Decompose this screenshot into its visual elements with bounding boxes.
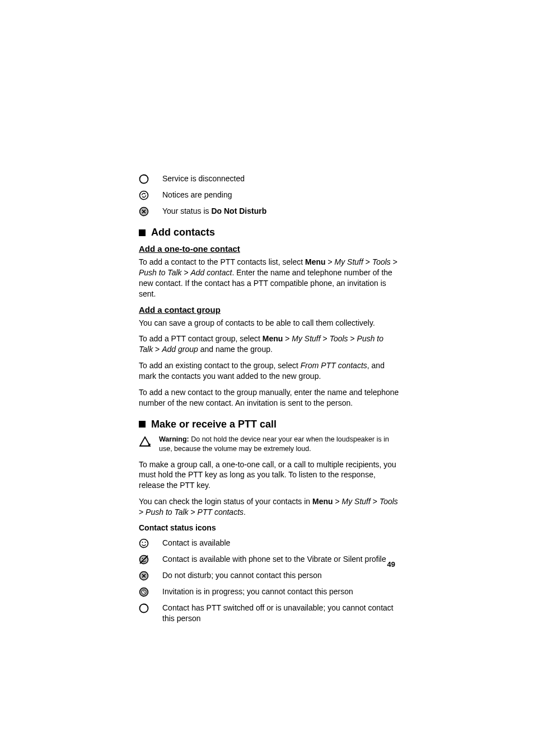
- paragraph: To make a group call, a one-to-one call,…: [139, 459, 400, 491]
- warning-text: Warning: Do not hold the device near you…: [159, 435, 400, 454]
- circle-clock-icon: [139, 587, 149, 597]
- svg-point-3: [140, 539, 148, 548]
- paragraph: To add a PTT contact group, select Menu …: [139, 334, 400, 355]
- status-row-disconnected: Service is disconnected: [139, 173, 400, 184]
- circle-refresh-icon: [139, 190, 149, 200]
- status-row-dnd: Your status is Do Not Disturb: [139, 206, 400, 217]
- square-bullet-icon: [139, 421, 146, 428]
- status-label: Your status is Do Not Disturb: [162, 206, 400, 217]
- circle-empty-icon: [139, 174, 149, 184]
- svg-point-12: [140, 604, 148, 613]
- contact-status-row: Contact has PTT switched off or is unava…: [139, 603, 400, 624]
- paragraph: To add a new contact to the group manual…: [139, 387, 400, 408]
- status-label: Contact is available: [162, 538, 400, 548]
- smile-slash-icon: [139, 555, 149, 565]
- contact-status-row: Contact is available with phone set to t…: [139, 554, 400, 565]
- status-label: Notices are pending: [162, 190, 400, 200]
- paragraph: You can save a group of contacts to be a…: [139, 318, 400, 328]
- document-page: Service is disconnected Notices are pend…: [0, 0, 534, 756]
- section-heading-add-contacts: Add contacts: [139, 227, 400, 238]
- subheading-contact-group: Add a contact group: [139, 305, 400, 314]
- square-bullet-icon: [139, 229, 146, 236]
- status-label: Do not disturb; you cannot contact this …: [162, 570, 400, 581]
- svg-point-5: [145, 542, 146, 543]
- contact-status-row: Do not disturb; you cannot contact this …: [139, 570, 400, 581]
- contact-status-row: Contact is available: [139, 538, 400, 548]
- warning-triangle-icon: [139, 436, 151, 448]
- smile-icon: [139, 538, 149, 548]
- warning-block: Warning: Do not hold the device near you…: [139, 435, 400, 454]
- section-heading-ptt-call: Make or receive a PTT call: [139, 419, 400, 430]
- subheading-contact-status-icons: Contact status icons: [139, 523, 400, 532]
- contact-status-row: Invitation is in progress; you cannot co…: [139, 586, 400, 597]
- subheading-one-to-one: Add a one-to-one contact: [139, 244, 400, 253]
- circle-x-icon: [139, 206, 149, 217]
- paragraph: To add a contact to the PTT contacts lis…: [139, 257, 400, 299]
- heading-text: Make or receive a PTT call: [151, 419, 277, 430]
- page-number: 49: [387, 560, 395, 569]
- status-label: Service is disconnected: [162, 173, 400, 184]
- circle-x-icon: [139, 571, 149, 581]
- circle-empty-icon: [139, 603, 149, 613]
- svg-point-0: [140, 175, 148, 184]
- paragraph: To add an existing contact to the group,…: [139, 360, 400, 382]
- status-row-notices: Notices are pending: [139, 190, 400, 200]
- status-label: Invitation is in progress; you cannot co…: [162, 586, 400, 597]
- svg-point-1: [140, 191, 148, 200]
- paragraph: You can check the login status of your c…: [139, 496, 400, 518]
- status-label: Contact is available with phone set to t…: [162, 554, 400, 565]
- svg-point-7: [142, 558, 143, 559]
- svg-point-4: [142, 542, 143, 543]
- heading-text: Add contacts: [151, 227, 215, 238]
- status-label: Contact has PTT switched off or is unava…: [162, 603, 400, 624]
